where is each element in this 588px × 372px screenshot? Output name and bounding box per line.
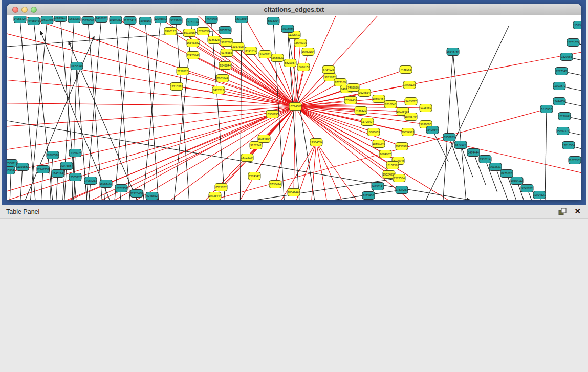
graph-node-yellow[interactable]: 13626150 [297,63,310,71]
graph-node-yellow[interactable]: 15720407 [361,118,374,126]
graph-node-yellow[interactable]: 15384554 [258,135,270,143]
graph-node-yellow[interactable]: 9115460 [420,104,432,112]
graph-node-teal[interactable]: 3315904 [7,167,15,174]
graph-node-teal[interactable]: 9463627 [95,16,107,23]
graph-node-yellow[interactable]: 2803144 [216,75,229,82]
graph-node-teal[interactable]: 11325419 [124,17,136,25]
graph-node-teal[interactable]: 17957253 [84,177,97,185]
graph-node-yellow[interactable]: 18226058 [197,28,209,35]
graph-node-teal[interactable]: 1145194 [52,170,64,178]
graph-node-yellow[interactable]: 20364436 [344,97,357,104]
graph-node-teal[interactable]: 14055724 [14,16,26,23]
graph-node-yellow[interactable]: 18807249 [373,140,385,148]
graph-node-teal[interactable]: 17016504 [562,142,575,149]
graph-node-teal[interactable]: 30975887 [60,162,73,170]
graph-node-yellow[interactable]: 7485063 [400,66,412,74]
graph-node-teal[interactable]: 12093872 [155,16,167,23]
graph-node-teal[interactable]: 12942757 [37,166,49,173]
graph-node-yellow[interactable]: 19384554 [310,139,322,146]
graph-node-teal[interactable]: 10924521 [533,191,546,199]
graph-node-yellow[interactable]: 8735494 [269,181,281,188]
graph-node-yellow[interactable]: 6734023 [322,66,335,74]
graph-node-yellow[interactable]: 7486322 [355,107,367,115]
graph-node-teal[interactable]: 12093872 [553,82,565,90]
graph-node-yellow[interactable]: 8960123 [164,28,177,35]
graph-node-teal[interactable]: 9227342 [555,68,568,75]
graph-node-yellow[interactable]: 16543382 [187,39,199,47]
graph-node-teal[interactable]: 6879197 [454,141,467,149]
graph-node-yellow[interactable]: 18123024 [241,154,253,162]
graph-node-teal[interactable]: 16958167 [139,17,151,25]
graph-node-teal[interactable]: 8215953 [540,105,553,113]
graph-node-yellow[interactable]: 8427512 [212,86,225,94]
graph-node-yellow[interactable]: 9684067 [379,150,391,158]
graph-node-teal[interactable]: 11156883 [16,163,29,171]
graph-node-yellow[interactable]: 2718120 [177,68,189,75]
graph-node-teal[interactable]: 10654112 [511,177,523,185]
graph-node-teal[interactable]: 9329966 [170,17,182,25]
graph-node-teal[interactable]: 8358923 [443,134,455,141]
graph-node-yellow[interactable]: 10807487 [373,95,385,103]
graph-node-teal[interactable]: 9465546 [28,17,40,25]
graph-node-teal[interactable]: 20691406 [41,16,53,24]
graph-node-teal[interactable]: 20206576 [47,151,59,159]
graph-node-yellow[interactable]: 12213393 [170,83,183,91]
graph-node-teal[interactable]: 3474444 [467,149,480,157]
graph-node-teal[interactable]: 10653287 [68,16,80,23]
graph-node-teal[interactable]: 9329966 [560,53,573,61]
graph-node-teal[interactable]: 11513351 [573,21,581,29]
graph-node-yellow[interactable]: 9463627 [405,98,417,105]
graph-node-yellow[interactable]: 8822037 [284,59,296,67]
graph-node-teal[interactable]: 14569117 [54,16,67,22]
graph-node-teal[interactable]: 16210643 [558,113,571,120]
graph-node-yellow[interactable]: 10688609 [367,128,380,136]
float-panel-icon[interactable] [558,208,567,216]
graph-node-teal[interactable]: 15692371 [557,127,569,135]
graph-node-yellow[interactable]: 15688520 [271,54,284,62]
graph-node-yellow[interactable]: 7462626 [347,84,359,92]
network-window-titlebar[interactable]: citations_edges.txt [7,4,581,15]
graph-node-teal[interactable]: 16648784 [447,48,459,56]
graph-node-yellow[interactable]: 8454749 [245,47,257,55]
graph-node-teal[interactable]: 15751074 [567,39,579,47]
graph-node-teal[interactable]: 20053346 [71,62,83,70]
graph-node-teal[interactable]: 16782759 [115,185,127,192]
graph-node-teal[interactable]: 9245652 [521,185,533,192]
graph-node-teal[interactable]: 18313054 [235,16,248,23]
graph-node-teal[interactable]: 9115460 [362,192,375,200]
graph-node-yellow[interactable]: 7524342 [248,172,260,180]
network-canvas[interactable]: 1872400718300295193845548960123891295518… [7,16,581,200]
graph-node-teal[interactable]: 7632621 [489,163,502,171]
graph-node-teal[interactable]: 12505125 [69,173,81,181]
graph-node-teal[interactable]: 17359928 [69,149,81,157]
graph-node-yellow[interactable]: 22420046 [187,52,199,59]
graph-node-teal[interactable]: 17334263 [396,186,408,194]
graph-node-yellow[interactable]: 19735444 [209,192,221,200]
graph-node-teal[interactable]: 15276062 [82,17,94,25]
graph-node-yellow[interactable]: 6216043 [384,101,397,108]
graph-node-teal[interactable]: 16033809 [205,16,217,24]
graph-node-yellow[interactable]: 18495794 [405,113,417,121]
graph-node-teal[interactable]: 14136141 [372,183,384,190]
graph-node-yellow[interactable]: 18724007 [289,103,301,111]
graph-node-yellow[interactable]: 9827508 [221,39,233,47]
graph-node-yellow[interactable]: 16151520 [386,162,399,169]
graph-node-teal[interactable]: 19104352 [110,16,122,24]
graph-node-yellow[interactable]: 16640910 [294,39,307,47]
graph-node-teal[interactable]: 16958167 [100,180,112,188]
graph-node-teal[interactable]: 12444154 [553,98,565,105]
graph-node-teal[interactable]: 9245652 [146,192,158,200]
graph-node-teal[interactable]: 13508112 [7,160,17,167]
graph-node-yellow[interactable]: 18300295 [266,111,278,118]
graph-node-yellow[interactable]: 9146821 [259,51,271,58]
graph-node-teal[interactable]: 8813054 [267,17,279,25]
graph-node-teal[interactable]: 16409544 [426,126,439,134]
graph-node-teal[interactable]: 11675331 [569,157,581,164]
graph-node-yellow[interactable]: 8521202 [215,184,227,191]
graph-node-teal[interactable]: 2935114 [479,156,491,163]
graph-node-teal[interactable]: 19218986 [281,25,294,33]
graph-node-yellow[interactable]: 8912955 [183,29,195,37]
graph-node-yellow[interactable]: 16962154 [302,48,314,56]
graph-node-teal[interactable]: 8471676 [500,170,513,178]
graph-node-yellow[interactable]: 2367608 [232,43,244,51]
